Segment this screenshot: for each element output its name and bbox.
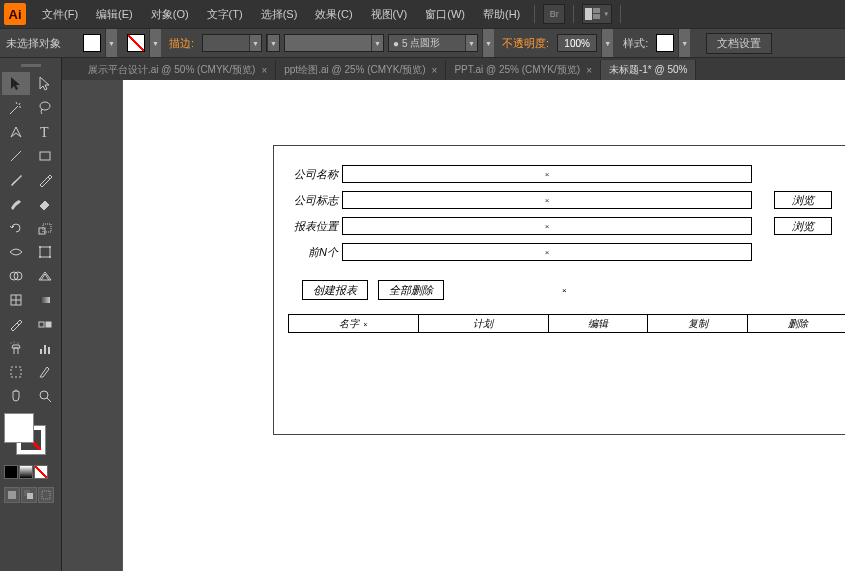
svg-rect-27 — [48, 347, 50, 354]
eraser-tool[interactable] — [31, 192, 59, 215]
brush-lib[interactable]: ▼ — [482, 29, 494, 57]
menu-edit[interactable]: 编辑(E) — [88, 3, 141, 26]
menu-effect[interactable]: 效果(C) — [307, 3, 360, 26]
document-setup-button[interactable]: 文档设置 — [706, 33, 772, 54]
draw-normal[interactable] — [4, 487, 20, 503]
brush-style[interactable]: ● 5 点圆形 ▼ — [388, 34, 478, 52]
svg-point-3 — [40, 102, 50, 110]
svg-rect-26 — [44, 345, 46, 354]
svg-line-5 — [11, 151, 21, 161]
artboard-tool[interactable] — [2, 360, 30, 383]
svg-rect-19 — [40, 297, 50, 303]
perspective-grid-tool[interactable] — [31, 264, 59, 287]
var-width-profile[interactable]: ▼ — [266, 34, 280, 52]
close-icon[interactable]: × — [261, 65, 267, 76]
style-label: 样式: — [623, 36, 648, 51]
slice-tool[interactable] — [31, 360, 59, 383]
stroke-swatch[interactable] — [127, 34, 145, 52]
menu-type[interactable]: 文字(T) — [199, 3, 251, 26]
line-tool[interactable] — [2, 144, 30, 167]
mesh-tool[interactable] — [2, 288, 30, 311]
stroke-dropdown[interactable]: ▼ — [149, 29, 161, 57]
pencil-tool[interactable] — [31, 168, 59, 191]
rotate-tool[interactable] — [2, 216, 30, 239]
arrange-docs-icon[interactable]: ▼ — [582, 4, 612, 24]
col-copy[interactable]: 复制 — [648, 315, 748, 333]
menu-window[interactable]: 窗口(W) — [417, 3, 473, 26]
column-graph-tool[interactable] — [31, 336, 59, 359]
gradient-mode[interactable] — [19, 465, 33, 479]
label-company-logo: 公司标志 — [284, 193, 342, 208]
artboard: 公司名称 × 公司标志 × 浏览 报表位置 × 浏览 前N个 — [122, 80, 845, 571]
canvas-viewport[interactable]: 公司名称 × 公司标志 × 浏览 报表位置 × 浏览 前N个 — [62, 80, 845, 571]
draw-behind[interactable] — [21, 487, 37, 503]
menu-file[interactable]: 文件(F) — [34, 3, 86, 26]
selection-tool[interactable] — [2, 72, 30, 95]
svg-rect-34 — [42, 491, 50, 499]
close-icon[interactable]: × — [432, 65, 438, 76]
blend-tool[interactable] — [31, 312, 59, 335]
zoom-tool[interactable] — [31, 384, 59, 407]
col-edit[interactable]: 编辑 — [548, 315, 648, 333]
col-name[interactable]: 名字× — [289, 315, 419, 333]
doc-tab-3[interactable]: 未标题-1* @ 50% — [601, 60, 697, 80]
svg-rect-31 — [8, 491, 16, 499]
menu-object[interactable]: 对象(O) — [143, 3, 197, 26]
menu-view[interactable]: 视图(V) — [363, 3, 416, 26]
magic-wand-tool[interactable] — [2, 96, 30, 119]
blob-brush-tool[interactable] — [2, 192, 30, 215]
menu-select[interactable]: 选择(S) — [253, 3, 306, 26]
close-icon[interactable]: × — [586, 65, 592, 76]
fill-color[interactable] — [4, 413, 34, 443]
color-mode[interactable] — [4, 465, 18, 479]
opacity-dropdown[interactable]: ▼ — [601, 29, 613, 57]
menubar: Ai 文件(F) 编辑(E) 对象(O) 文字(T) 选择(S) 效果(C) 视… — [0, 0, 845, 28]
create-report-button[interactable]: 创建报表 — [302, 280, 368, 300]
paintbrush-tool[interactable] — [2, 168, 30, 191]
svg-point-23 — [14, 341, 15, 342]
draw-inside[interactable] — [38, 487, 54, 503]
pen-tool[interactable] — [2, 120, 30, 143]
doc-tab-1[interactable]: ppt绘图.ai @ 25% (CMYK/预览)× — [276, 60, 446, 80]
opacity-input[interactable] — [557, 34, 597, 52]
clear-all-button[interactable]: 全部删除 — [378, 280, 444, 300]
input-company-name[interactable]: × — [342, 165, 752, 183]
bridge-icon[interactable]: Br — [543, 4, 565, 24]
rectangle-tool[interactable] — [31, 144, 59, 167]
stroke-weight[interactable]: ▼ — [202, 34, 262, 52]
type-tool[interactable]: T — [31, 120, 59, 143]
control-bar: 未选择对象 ▼ ▼ 描边: ▼ ▼ ▼ ● 5 点圆形 ▼ ▼ 不透明度: ▼ … — [0, 28, 845, 58]
brush-def[interactable]: ▼ — [284, 34, 384, 52]
browse-logo-button[interactable]: 浏览 — [774, 191, 832, 209]
browse-location-button[interactable]: 浏览 — [774, 217, 832, 235]
shape-builder-tool[interactable] — [2, 264, 30, 287]
col-delete[interactable]: 删除 — [748, 315, 845, 333]
graphic-style-swatch[interactable] — [656, 34, 674, 52]
input-company-logo[interactable]: × — [342, 191, 752, 209]
symbol-sprayer-tool[interactable] — [2, 336, 30, 359]
none-mode[interactable] — [34, 465, 48, 479]
svg-point-10 — [39, 246, 41, 248]
doc-tab-2[interactable]: PPT.ai @ 25% (CMYK/预览)× — [446, 60, 601, 80]
free-transform-tool[interactable] — [31, 240, 59, 263]
fill-swatch[interactable] — [83, 34, 101, 52]
fill-dropdown[interactable]: ▼ — [105, 29, 117, 57]
input-report-location[interactable]: × — [342, 217, 752, 235]
doc-tab-0[interactable]: 展示平台设计.ai @ 50% (CMYK/预览)× — [80, 60, 276, 80]
svg-rect-6 — [40, 152, 50, 160]
hand-tool[interactable] — [2, 384, 30, 407]
form-panel: 公司名称 × 公司标志 × 浏览 报表位置 × 浏览 前N个 — [273, 145, 845, 435]
width-tool[interactable] — [2, 240, 30, 263]
toolbox-grip[interactable] — [0, 60, 61, 70]
eyedropper-tool[interactable] — [2, 312, 30, 335]
lasso-tool[interactable] — [31, 96, 59, 119]
gradient-tool[interactable] — [31, 288, 59, 311]
input-top-n[interactable]: × — [342, 243, 752, 261]
style-dropdown[interactable]: ▼ — [678, 29, 690, 57]
scale-tool[interactable] — [31, 216, 59, 239]
color-swatches[interactable] — [0, 409, 61, 483]
svg-line-30 — [47, 398, 51, 402]
direct-selection-tool[interactable] — [31, 72, 59, 95]
menu-help[interactable]: 帮助(H) — [475, 3, 528, 26]
col-plan[interactable]: 计划 — [418, 315, 548, 333]
